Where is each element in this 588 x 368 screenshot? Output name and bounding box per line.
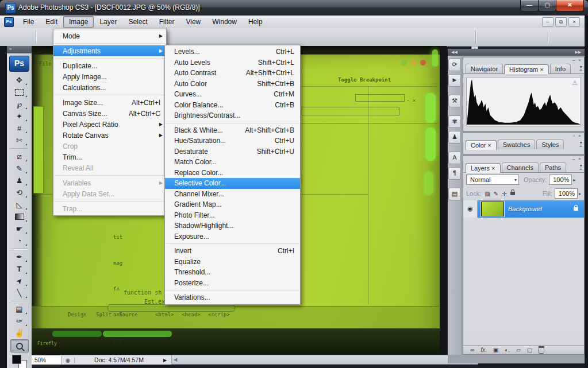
menu-item-channel-mixer[interactable]: Channel Mixer...	[165, 189, 300, 200]
tab-layers[interactable]: Layers ×	[466, 163, 501, 173]
scroll-left-icon[interactable]: ◀	[174, 357, 177, 362]
status-menu-arrow[interactable]: ▶	[163, 358, 171, 363]
tab-swatches[interactable]: Swatches	[498, 140, 536, 149]
paragraph-panel-icon[interactable]: ¶	[448, 167, 461, 180]
crop-tool[interactable]: #	[11, 122, 28, 134]
brush-tool[interactable]: ✎	[11, 162, 28, 175]
layer-mask-icon[interactable]: ▣	[493, 347, 498, 353]
new-layer-icon[interactable]: ▢	[527, 347, 532, 353]
menu-item-image-size[interactable]: Image Size...Alt+Ctrl+I	[53, 97, 166, 108]
hand-tool[interactable]: ✌	[11, 327, 28, 339]
menu-item-shadow-highlight[interactable]: Shadow/Highlight...	[165, 220, 300, 231]
blend-mode-select[interactable]: Normal▾	[466, 175, 519, 185]
menu-item-mode[interactable]: Mode▶	[53, 30, 166, 41]
link-layers-icon[interactable]: ∞	[470, 347, 474, 353]
actions-panel-icon[interactable]: ▶	[448, 74, 461, 87]
foreground-color-swatch[interactable]	[12, 355, 21, 364]
tab-navigator[interactable]: Navigator	[466, 64, 503, 73]
opacity-spinner-icon[interactable]: ▸	[573, 177, 575, 183]
menu-item-rotate-canvas[interactable]: Rotate Canvas▶	[53, 130, 166, 141]
document-size-info[interactable]: Doc: 4.57M/4.57M	[75, 357, 163, 363]
tab-paths[interactable]: Paths	[540, 162, 566, 172]
menu-window[interactable]: Window	[206, 16, 243, 28]
menu-edit[interactable]: Edit	[40, 16, 63, 28]
panel-minimize-close[interactable]: ‒ ×	[572, 156, 582, 161]
notes-tool[interactable]: ▤	[11, 303, 28, 315]
menu-item-invert[interactable]: InvertCtrl+I	[165, 246, 300, 257]
tool-presets-panel-icon[interactable]: ⚒	[448, 95, 461, 107]
color-swatches[interactable]	[12, 355, 27, 368]
opacity-field[interactable]: 100%	[549, 175, 572, 185]
zoom-tool[interactable]	[10, 339, 29, 352]
doc-minimize-button[interactable]: ‒	[542, 17, 554, 27]
menu-item-equalize[interactable]: Equalize	[165, 257, 300, 268]
menu-item-pixel-aspect-ratio[interactable]: Pixel Aspect Ratio▶	[53, 119, 166, 130]
menu-item-auto-color[interactable]: Auto ColorShift+Ctrl+B	[165, 79, 300, 90]
menu-item-gradient-map[interactable]: Gradient Map...	[165, 199, 300, 210]
minimize-button[interactable]: —	[520, 0, 539, 11]
healing-brush-tool[interactable]: ⧄	[11, 150, 28, 162]
tab-styles[interactable]: Styles	[536, 140, 564, 149]
pen-tool[interactable]: ✒	[11, 251, 28, 263]
menu-layer[interactable]: Layer	[94, 16, 122, 28]
title-bar[interactable]: Ps Adobe Photoshop CS3 - [DSCF0012.JPG @…	[0, 0, 588, 16]
eraser-tool[interactable]: ◺	[11, 199, 28, 211]
menu-item-hue-saturation[interactable]: Hue/Saturation...Ctrl+U	[165, 135, 300, 146]
slice-tool[interactable]: ✄	[11, 134, 28, 146]
clone-stamp-tool[interactable]: ♟	[11, 175, 28, 187]
move-tool[interactable]: ✥	[11, 74, 28, 86]
menu-item-replace-color[interactable]: Replace Color...	[165, 168, 300, 179]
menu-item-selective-color[interactable]: Selective Color...	[165, 178, 300, 189]
menu-item-exposure[interactable]: Exposure...	[165, 231, 300, 242]
close-button[interactable]: ✕	[556, 0, 584, 11]
panel-menu-icon[interactable]: ▾≡	[579, 141, 582, 148]
doc-restore-button[interactable]: ⧉	[555, 17, 567, 27]
eyedropper-tool[interactable]: ✑	[11, 315, 28, 327]
menu-item-trim[interactable]: Trim...	[53, 152, 166, 162]
smudge-tool[interactable]: ☛	[11, 223, 28, 235]
layer-comps-panel-icon[interactable]: ▤	[448, 188, 461, 200]
menu-help[interactable]: Help	[243, 16, 268, 28]
rectangular-marquee-tool[interactable]	[11, 86, 28, 98]
layer-row-background[interactable]: ◉ Background	[463, 200, 584, 218]
menu-item-curves[interactable]: Curves...Ctrl+M	[165, 89, 300, 100]
menu-item-brightness-contrast[interactable]: Brightness/Contrast...	[165, 110, 300, 121]
horizontal-scrollbar[interactable]: ◀ ▶	[171, 355, 471, 365]
history-panel-icon[interactable]: ⟳	[448, 59, 461, 71]
maximize-button[interactable]: ▢	[538, 0, 556, 11]
tab-color[interactable]: Color ×	[466, 140, 497, 150]
collapse-left-icon[interactable]: ◀◀	[451, 49, 458, 55]
type-tool[interactable]: T	[11, 263, 28, 275]
panel-minimize-close[interactable]: ‒ ×	[572, 57, 582, 63]
menu-item-adjustments[interactable]: Adjustments▶	[53, 45, 166, 56]
menu-item-auto-contrast[interactable]: Auto ContrastAlt+Shift+Ctrl+L	[165, 68, 300, 79]
menu-item-calculations[interactable]: Calculations...	[53, 82, 166, 93]
layer-thumbnail[interactable]	[481, 202, 504, 216]
layer-visibility-toggle[interactable]: ◉	[463, 200, 478, 218]
history-brush-tool[interactable]: ⟲	[11, 187, 28, 199]
panel-menu-icon[interactable]: ▾≡	[579, 65, 582, 72]
tab-info[interactable]: Info	[550, 64, 571, 73]
dodge-tool[interactable]: ◔	[11, 235, 28, 247]
doc-close-button[interactable]: ×	[568, 17, 580, 27]
line-tool[interactable]: ╲	[11, 287, 28, 299]
menu-item-black-and-white[interactable]: Black & White...Alt+Shift+Ctrl+B	[165, 125, 300, 136]
menu-item-variations[interactable]: Variations...	[165, 292, 300, 303]
layer-group-icon[interactable]: ▱	[516, 347, 521, 353]
menu-item-photo-filter[interactable]: Photo Filter...	[165, 210, 300, 221]
menu-select[interactable]: Select	[122, 16, 153, 28]
clone-source-panel-icon[interactable]: ♟	[448, 131, 461, 144]
tab-histogram[interactable]: Histogram ×	[504, 64, 549, 74]
layer-style-icon[interactable]: fx.	[481, 347, 487, 353]
menu-item-duplicate[interactable]: Duplicate...	[53, 60, 166, 71]
toolbox-collapse-header[interactable]: »	[7, 46, 32, 53]
menu-item-posterize[interactable]: Posterize...	[165, 278, 300, 289]
menu-item-desaturate[interactable]: DesaturateShift+Ctrl+U	[165, 146, 300, 157]
menu-item-canvas-size[interactable]: Canvas Size...Alt+Ctrl+C	[53, 108, 166, 119]
lock-position-icon[interactable]: ✛	[502, 191, 506, 197]
menu-item-apply-image[interactable]: Apply Image...	[53, 71, 166, 82]
zoom-level-field[interactable]: 50%	[32, 356, 62, 365]
dock-header[interactable]: ◀◀ ▶▶	[448, 49, 585, 56]
adjustment-layer-icon[interactable]: ◐.	[505, 347, 510, 353]
tab-channels[interactable]: Channels	[502, 162, 539, 172]
